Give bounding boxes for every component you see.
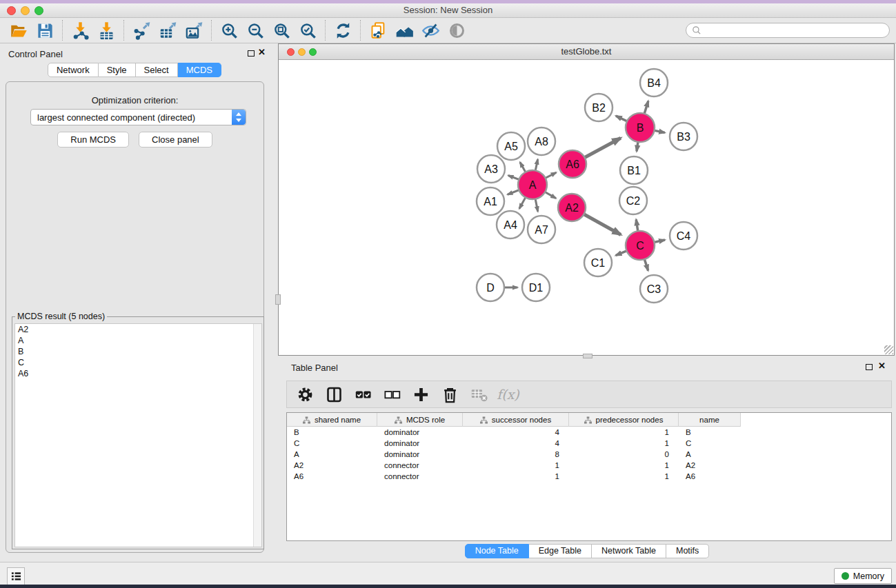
tab-mcds[interactable]: MCDS <box>178 63 221 77</box>
tab-edge-table[interactable]: Edge Table <box>529 544 592 558</box>
control-panel-float-button[interactable] <box>248 50 255 57</box>
home-icon <box>395 21 414 40</box>
node-label-A4: A4 <box>504 219 517 231</box>
zoom-out-button[interactable] <box>242 19 268 41</box>
network-graph[interactable]: B4B2BB3A8A5A6A3B1AC2A1A2A4A7C4CC1C3DD1 <box>279 60 894 355</box>
column-label: successor nodes <box>492 416 551 424</box>
export-table-button[interactable] <box>155 19 181 41</box>
node-label-A: A <box>529 179 537 191</box>
clone-network-button[interactable] <box>365 19 391 41</box>
control-panel-close-icon[interactable]: ✕ <box>258 47 266 57</box>
select-all-rows-button[interactable] <box>352 383 375 405</box>
node-label-C2: C2 <box>626 195 641 207</box>
hierarchy-icon <box>395 416 402 424</box>
column-header-predecessor-nodes[interactable]: predecessor nodes <box>569 413 679 427</box>
function-builder-icon: f(x) <box>497 387 519 402</box>
result-item[interactable]: A6 <box>15 368 261 379</box>
show-panels-button[interactable] <box>7 567 25 585</box>
edge-A2-C[interactable] <box>583 214 621 235</box>
export-table-icon <box>159 21 177 40</box>
memory-button[interactable]: Memory <box>834 568 892 584</box>
delete-row-icon <box>441 385 459 404</box>
open-session-icon <box>10 21 28 40</box>
close-panel-button[interactable]: Close panel <box>139 132 212 148</box>
column-header-shared-name[interactable]: shared name <box>287 413 377 427</box>
hide-details-button[interactable] <box>417 19 444 41</box>
zoom-selected-button[interactable] <box>295 19 321 41</box>
table-panel-close-icon[interactable]: ✕ <box>878 361 886 371</box>
column-header-filler <box>741 413 891 427</box>
cell-mcds-role: dominator <box>377 427 463 438</box>
open-session-button[interactable] <box>6 19 32 41</box>
cell-name: A <box>679 449 741 460</box>
search-input[interactable] <box>702 26 889 35</box>
add-row-button[interactable] <box>410 383 432 405</box>
home-button[interactable] <box>391 19 417 41</box>
column-header-successor-nodes[interactable]: successor nodes <box>463 413 569 427</box>
import-network-button[interactable] <box>67 19 93 41</box>
result-item[interactable]: C <box>15 357 261 368</box>
tab-motifs[interactable]: Motifs <box>666 544 709 558</box>
cell-successor-nodes: 1 <box>463 471 569 482</box>
cell-successor-nodes: 4 <box>463 438 569 449</box>
network-view-window[interactable]: testGlobe.txt B4B2BB3A8A5A6A3B1AC2A1A2A4… <box>278 43 895 356</box>
control-panel: Control Panel ✕ NetworkStyleSelectMCDS O… <box>0 43 269 562</box>
result-list-scrollbar[interactable] <box>253 324 261 547</box>
window-titlebar[interactable]: Session: New Session <box>0 3 896 18</box>
attributes-gear-button[interactable] <box>294 383 317 405</box>
network-canvas[interactable]: B4B2BB3A8A5A6A3B1AC2A1A2A4A7C4CC1C3DD1 <box>279 60 894 355</box>
tab-node-table[interactable]: Node Table <box>465 544 529 558</box>
zoom-in-icon <box>220 21 239 40</box>
column-label: name <box>699 416 719 424</box>
export-image-button[interactable] <box>181 19 207 41</box>
tab-network-table[interactable]: Network Table <box>592 544 666 558</box>
node-table: shared nameMCDS rolesuccessor nodesprede… <box>286 412 892 541</box>
mcds-result-title: MCDS result (5 nodes) <box>15 312 107 321</box>
table-row[interactable]: Adominator80A <box>287 449 891 460</box>
tab-network[interactable]: Network <box>48 63 99 77</box>
unselect-all-rows-button[interactable] <box>381 383 404 405</box>
network-window-titlebar[interactable]: testGlobe.txt <box>279 44 894 60</box>
import-table-button[interactable] <box>93 19 119 41</box>
table-row[interactable]: Bdominator41B <box>287 427 891 438</box>
resize-grip-icon[interactable] <box>884 345 893 354</box>
mcds-result-list[interactable]: A2ABCA6 <box>14 323 262 547</box>
optimization-criterion-select[interactable]: largest connected component (directed) <box>30 109 246 125</box>
left-pane-handle[interactable] <box>275 294 281 305</box>
column-header-name[interactable]: name <box>679 413 741 427</box>
search-box[interactable] <box>686 23 890 38</box>
result-item[interactable]: B <box>15 346 261 357</box>
hierarchy-icon <box>480 416 488 424</box>
table-panel-tabs: Node TableEdge TableNetwork TableMotifs <box>278 544 896 558</box>
refresh-button[interactable] <box>330 19 356 41</box>
table-row[interactable]: A6connector11A6 <box>287 471 891 482</box>
node-label-C: C <box>636 240 644 252</box>
export-network-icon <box>132 21 151 40</box>
run-mcds-button[interactable]: Run MCDS <box>57 132 129 148</box>
result-item[interactable]: A2 <box>15 324 261 335</box>
table-row[interactable]: A2connector11A2 <box>287 460 891 471</box>
delete-row-button[interactable] <box>439 383 461 405</box>
zoom-fit-button[interactable] <box>268 19 295 41</box>
export-network-button[interactable] <box>128 19 155 41</box>
cell-predecessor-nodes: 1 <box>569 460 679 471</box>
show-details-button[interactable] <box>444 19 470 41</box>
cell-shared-name: A6 <box>287 471 377 482</box>
node-label-B3: B3 <box>677 131 690 143</box>
export-image-icon <box>185 21 203 40</box>
toggle-columns-button[interactable] <box>323 383 346 405</box>
tab-style[interactable]: Style <box>99 63 136 77</box>
cell-shared-name: A2 <box>287 460 377 471</box>
table-panel-float-button[interactable] <box>866 364 873 370</box>
table-row[interactable]: Cdominator41C <box>287 438 891 449</box>
edge-A6-B[interactable] <box>584 138 621 158</box>
result-item[interactable]: A <box>15 335 261 346</box>
zoom-in-button[interactable] <box>216 19 242 41</box>
memory-label: Memory <box>853 571 884 581</box>
column-header-mcds-role[interactable]: MCDS role <box>377 413 463 427</box>
node-label-B4: B4 <box>647 77 661 89</box>
tab-select[interactable]: Select <box>136 63 178 77</box>
clone-network-icon <box>369 21 388 40</box>
save-session-button[interactable] <box>32 19 58 41</box>
function-builder-button: f(x) <box>497 383 519 405</box>
